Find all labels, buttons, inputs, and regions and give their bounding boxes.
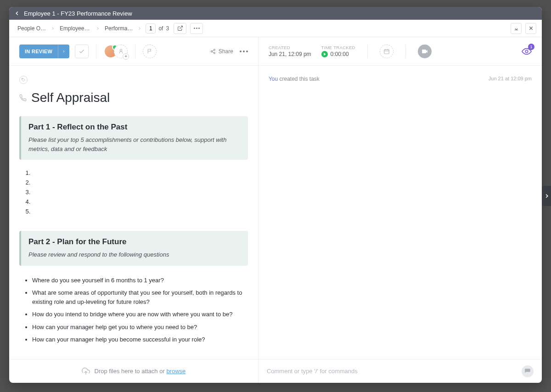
status-caret-icon[interactable] bbox=[58, 45, 69, 58]
share-label: Share bbox=[219, 48, 233, 55]
time-tracked-label: TIME TRACKED bbox=[321, 45, 355, 50]
activity-entry: You created this task Jun 21 at 12:09 pm bbox=[269, 76, 532, 82]
comment-input[interactable] bbox=[267, 368, 517, 375]
svg-point-4 bbox=[120, 49, 122, 51]
created-label: CREATED bbox=[269, 45, 311, 50]
new-window-icon[interactable] bbox=[174, 23, 186, 34]
back-icon[interactable] bbox=[14, 10, 20, 17]
more-actions-icon[interactable] bbox=[240, 50, 248, 52]
activity-actor: You bbox=[269, 76, 278, 82]
complete-check-button[interactable] bbox=[75, 45, 89, 58]
part1-prompt: Please list your top 5 accomplishments o… bbox=[28, 135, 241, 153]
close-icon[interactable] bbox=[525, 23, 536, 34]
comment-send-icon[interactable] bbox=[522, 365, 534, 377]
sidebar-toggle-icon[interactable] bbox=[542, 186, 551, 206]
divider bbox=[135, 45, 135, 58]
watchers-button[interactable]: 1 bbox=[522, 46, 532, 56]
record-clip-button[interactable] bbox=[418, 45, 432, 58]
divider bbox=[405, 45, 406, 58]
svg-point-6 bbox=[211, 50, 212, 52]
watchers-count: 1 bbox=[528, 44, 534, 50]
dropzone-text: Drop files here to attach or bbox=[95, 368, 167, 375]
share-button[interactable]: Share bbox=[210, 48, 233, 55]
callout-part1: Part 1 - Reflect on the Past Please list… bbox=[19, 116, 248, 160]
part1-heading: Part 1 - Reflect on the Past bbox=[28, 123, 241, 132]
svg-line-0 bbox=[180, 26, 182, 29]
list-item[interactable] bbox=[32, 197, 248, 207]
task-type-icon bbox=[19, 94, 27, 101]
svg-line-9 bbox=[212, 51, 214, 52]
svg-point-5 bbox=[214, 49, 215, 50]
activity-text: created this task bbox=[278, 76, 320, 82]
page-counter: of 3 bbox=[146, 23, 169, 34]
list-item[interactable]: How can your manager help get you to whe… bbox=[32, 321, 248, 334]
breadcrumb-item-2[interactable]: Performa… bbox=[102, 23, 135, 34]
page-input[interactable] bbox=[146, 23, 156, 34]
created-value: Jun 21, 12:09 pm bbox=[269, 51, 311, 57]
add-assignee-button[interactable]: + bbox=[114, 45, 128, 58]
questions-list[interactable]: Where do you see yourself in 6 months to… bbox=[19, 274, 248, 346]
cloud-upload-icon bbox=[82, 367, 90, 375]
status-button[interactable]: IN REVIEW bbox=[19, 45, 69, 58]
accomplishments-list[interactable] bbox=[19, 168, 248, 216]
breadcrumb-item-0[interactable]: People O… bbox=[15, 23, 49, 34]
list-item[interactable]: How do you intend to bridge where you ar… bbox=[32, 308, 248, 321]
list-item[interactable] bbox=[32, 178, 248, 187]
activity-time: Jun 21 at 12:09 pm bbox=[489, 76, 532, 82]
svg-point-7 bbox=[214, 52, 215, 54]
priority-flag-button[interactable] bbox=[143, 45, 157, 58]
part2-prompt: Please review and respond to the followi… bbox=[28, 250, 241, 259]
page-total: 3 bbox=[166, 25, 169, 32]
list-item[interactable]: What are some areas of opportunity that … bbox=[32, 286, 248, 308]
page-of-label: of bbox=[158, 25, 163, 32]
plus-icon: + bbox=[123, 53, 129, 60]
divider bbox=[367, 45, 368, 58]
status-label[interactable]: IN REVIEW bbox=[19, 45, 58, 58]
tag-button[interactable] bbox=[19, 76, 28, 84]
list-item[interactable] bbox=[32, 187, 248, 197]
window-title: Employee 1 - FY23 Performance Review bbox=[24, 10, 132, 17]
chevron-right-icon bbox=[137, 26, 142, 31]
attachment-dropzone[interactable]: Drop files here to attach or browse bbox=[9, 359, 259, 383]
list-item[interactable]: How can your manager help you become suc… bbox=[32, 333, 248, 346]
task-title[interactable]: Self Appraisal bbox=[31, 90, 110, 105]
play-icon[interactable] bbox=[321, 51, 328, 57]
chevron-right-icon bbox=[96, 26, 100, 31]
list-item[interactable] bbox=[32, 168, 248, 178]
list-item[interactable] bbox=[32, 207, 248, 216]
time-tracked-value: 0:00:00 bbox=[331, 51, 349, 57]
chevron-right-icon bbox=[51, 26, 55, 31]
collapse-icon[interactable] bbox=[511, 23, 522, 34]
breadcrumb-bar: People O… Employee E… Performa… of 3 bbox=[9, 20, 542, 37]
due-date-button[interactable] bbox=[380, 45, 394, 58]
divider bbox=[96, 45, 96, 58]
svg-line-8 bbox=[212, 50, 214, 51]
svg-point-10 bbox=[22, 78, 22, 79]
breadcrumb-item-1[interactable]: Employee E… bbox=[57, 23, 94, 34]
svg-rect-14 bbox=[384, 49, 389, 53]
more-icon[interactable] bbox=[190, 23, 203, 34]
part2-heading: Part 2 - Plan for the Future bbox=[28, 237, 241, 246]
callout-part2: Part 2 - Plan for the Future Please revi… bbox=[19, 231, 248, 266]
svg-point-18 bbox=[525, 50, 528, 53]
browse-link[interactable]: browse bbox=[166, 368, 186, 375]
list-item[interactable]: Where do you see yourself in 6 months to… bbox=[32, 274, 248, 287]
